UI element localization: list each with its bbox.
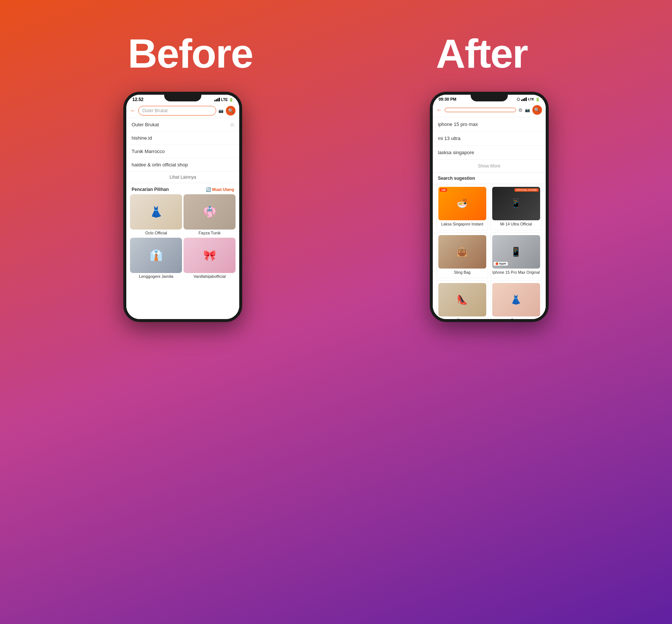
history-item-2[interactable]: hishine.id — [126, 131, 239, 145]
laksa-badge: x40 — [440, 188, 447, 192]
before-phone: 12.52 LTE 🔋 ← — [123, 92, 242, 322]
before-title: Before — [128, 30, 253, 77]
laksa-image: 🍜 — [457, 187, 468, 220]
refresh-button[interactable]: 🔄 Muat Ulang — [206, 187, 234, 192]
before-search-input[interactable]: Outer Brukat — [138, 106, 216, 116]
show-more-button[interactable]: Show More — [433, 160, 546, 173]
lenggogeni-label: Lenggogeni Jamila — [130, 273, 182, 280]
after-time: 09:30 PM — [439, 97, 457, 101]
card-shoes[interactable]: 👠 Shoes — [436, 280, 488, 319]
after-network-label: LTE — [528, 97, 534, 101]
product-vanilla[interactable]: 🎀 Vanillahijabofficial — [184, 238, 236, 280]
after-suggestion-grid: 🍜 x40 Laksa Singapore Instant 📱 OFFICIAL… — [433, 183, 546, 319]
history-item-4[interactable]: haidee & orlin official shop — [126, 158, 239, 172]
signal-icon — [214, 98, 220, 101]
card-slingbag[interactable]: 👜 Sling Bag — [436, 233, 488, 279]
mi14-image: 📱 — [510, 187, 522, 220]
after-search-button[interactable]: 🔍 — [532, 105, 542, 115]
after-settings-icon[interactable]: ⚙ — [518, 107, 523, 113]
network-label: LTE — [221, 98, 228, 102]
search-button[interactable]: 🔍 — [226, 106, 236, 116]
oclo-label: Oclo Official — [130, 230, 182, 236]
after-title: After — [436, 30, 527, 77]
camera-icon[interactable]: 📷 — [218, 108, 224, 113]
apple-badge: 🍎 Apple — [494, 262, 508, 266]
search-suggestion-header: Search sugestion — [433, 173, 546, 183]
bluetooth-icon: ⬡ — [517, 97, 520, 101]
after-phone-notch — [471, 95, 508, 101]
after-search-bar[interactable]: ← ⚙ 📷 🔍 — [433, 103, 546, 117]
vanilla-image: 🎀 — [184, 238, 236, 273]
phone-notch — [164, 95, 201, 101]
after-phone: 09:30 PM ⬡ LTE 🔋 ← — [430, 92, 549, 322]
vanilla-label: Vanillahijabofficial — [184, 273, 236, 280]
card-laksa[interactable]: 🍜 x40 Laksa Singapore Instant — [436, 184, 488, 230]
history-item-1[interactable]: Outer Brukat ▤ — [126, 118, 239, 131]
after-signal-icon — [521, 97, 527, 101]
laksa-label: Laksa Singapore Instant — [438, 220, 486, 228]
before-time: 12.52 — [132, 97, 143, 102]
product-oclo[interactable]: 👗 Oclo Official — [130, 194, 182, 236]
after-back-button[interactable]: ← — [436, 107, 442, 113]
card-iphone15[interactable]: 📱 🍎 Apple Iphone 15 Pro Max Original — [490, 233, 542, 279]
iphone-image: 📱 — [510, 235, 522, 269]
pencarian-header: Pencarian Pilihan 🔄 Muat Ulang — [126, 183, 239, 194]
history-item-3[interactable]: Tunik Marrocco — [126, 145, 239, 158]
official-badge: OFFICIAL STORE — [514, 188, 539, 192]
search-placeholder: Outer Brukat — [142, 108, 168, 113]
battery-icon: 🔋 — [229, 98, 233, 102]
fayza-image: 👘 — [184, 194, 236, 230]
dress-label: Dress — [492, 316, 540, 319]
after-search-input[interactable] — [445, 108, 516, 112]
card-dress[interactable]: 👗 Dress — [490, 280, 542, 319]
before-search-history: Outer Brukat ▤ hishine.id Tunik Marrocco… — [126, 118, 239, 172]
mi14-label: Mi 14 Ultra Official — [492, 220, 540, 228]
before-search-bar[interactable]: ← Outer Brukat 📷 🔍 — [126, 104, 239, 118]
product-lenggogeni[interactable]: 👔 Lenggogeni Jamila — [130, 238, 182, 280]
suggestion-item-2[interactable]: mi 13 ultra — [433, 131, 546, 146]
after-camera-icon[interactable]: 📷 — [525, 108, 530, 113]
product-fayza[interactable]: 👘 Fayza Tunik — [184, 194, 236, 236]
back-button[interactable]: ← — [130, 107, 136, 114]
slingbag-image: 👜 — [457, 235, 468, 269]
see-more-link[interactable]: Lihat Lainnya — [126, 172, 239, 183]
after-battery-icon: 🔋 — [535, 97, 540, 101]
card-mi14[interactable]: 📱 OFFICIAL STORE Mi 14 Ultra Official — [490, 184, 542, 230]
refresh-icon: 🔄 — [206, 187, 211, 192]
iphone15-label: Iphone 15 Pro Max Original — [492, 269, 540, 276]
oclo-image: 👗 — [130, 194, 182, 230]
before-product-grid: 👗 Oclo Official 👘 Fayza Tunik 👔 — [126, 194, 239, 280]
lenggogeni-image: 👔 — [130, 238, 182, 273]
fayza-label: Fayza Tunik — [184, 230, 236, 236]
shoes-label: Shoes — [438, 316, 486, 319]
history-thumb-1: ▤ — [230, 122, 234, 127]
dress-image: 👗 — [510, 283, 522, 316]
shoes-image: 👠 — [457, 283, 468, 316]
slingbag-label: Sling Bag — [438, 269, 486, 276]
after-suggestion-list: iphone 15 pro max mi 13 ultra lasksa sin… — [433, 117, 546, 160]
suggestion-item-3[interactable]: lasksa singapore — [433, 146, 546, 160]
suggestion-item-1[interactable]: iphone 15 pro max — [433, 117, 546, 131]
